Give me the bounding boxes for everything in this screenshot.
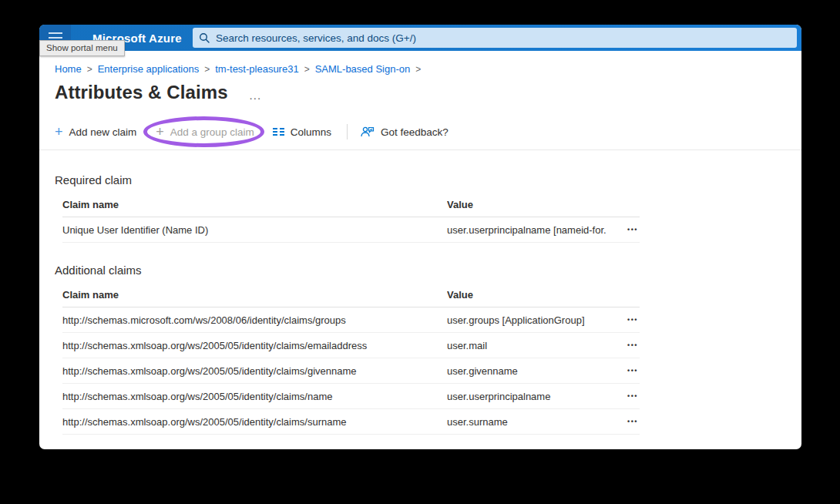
claim-value-cell: user.userprincipalname [447,391,606,402]
row-context-menu-button[interactable]: ••• [626,415,640,428]
table-header: Claim name Value [62,192,640,217]
additional-claims-title: Additional claims [55,264,801,277]
table-header: Claim name Value [62,282,640,307]
required-claim-table: Claim name Value Unique User Identifier … [62,192,640,243]
claim-name-cell: http://schemas.xmlsoap.org/ws/2005/05/id… [62,416,447,428]
value-header: Value [447,199,606,210]
search-icon [199,32,210,43]
toolbar-divider [347,124,348,139]
page-content: Home > Enterprise applications > tm-test… [39,63,801,144]
breadcrumb-enterprise-applications[interactable]: Enterprise applications [98,63,200,75]
toolbar-rule [39,150,801,150]
claim-name-header: Claim name [62,289,447,301]
breadcrumb-home[interactable]: Home [55,63,82,75]
add-new-claim-button[interactable]: + Add new claim [55,125,136,139]
claim-name-cell: http://schemas.xmlsoap.org/ws/2005/05/id… [62,365,447,377]
plus-icon: + [55,125,63,139]
row-context-menu-button[interactable]: ••• [626,338,640,352]
breadcrumb-separator: > [204,64,210,75]
columns-icon [273,127,285,136]
row-context-menu-button[interactable]: ••• [626,364,640,378]
table-row[interactable]: http://schemas.xmlsoap.org/ws/2005/05/id… [62,358,640,384]
claim-name-cell: http://schemas.microsoft.com/ws/2008/06/… [62,314,447,326]
claim-name-cell: Unique User Identifier (Name ID) [62,224,447,236]
table-row[interactable]: Unique User Identifier (Name ID) user.us… [62,217,640,243]
table-row[interactable]: http://schemas.xmlsoap.org/ws/2005/05/id… [62,333,640,358]
breadcrumb-separator: > [304,64,310,75]
global-search[interactable] [193,28,797,48]
azure-portal-window: Microsoft Azure Show portal menu Home > … [39,25,801,449]
claim-value-cell: user.givenname [447,365,606,377]
claim-value-cell: user.userprincipalname [nameid-for... [447,224,606,236]
search-input[interactable] [216,32,791,44]
table-row[interactable]: http://schemas.microsoft.com/ws/2008/06/… [62,307,640,333]
portal-menu-tooltip: Show portal menu [39,40,125,56]
top-bar: Microsoft Azure Show portal menu [39,25,801,51]
breadcrumb: Home > Enterprise applications > tm-test… [55,63,801,75]
plus-icon: + [156,125,164,139]
breadcrumb-separator: > [87,64,92,75]
breadcrumb-separator: > [415,64,421,75]
page-title: Attributes & Claims [55,82,228,103]
table-row[interactable]: http://schemas.xmlsoap.org/ws/2005/05/id… [62,384,640,409]
got-feedback-label: Got feedback? [381,126,449,138]
add-group-claim-button[interactable]: + Add a group claim [156,125,254,139]
claim-value-cell: user.groups [ApplicationGroup] [447,314,606,326]
breadcrumb-saml-sign-on[interactable]: SAML-based Sign-on [315,63,411,75]
required-claim-title: Required claim [55,173,801,186]
claim-value-cell: user.mail [447,340,606,351]
row-context-menu-button[interactable]: ••• [626,389,640,403]
additional-claims-section: Additional claims Claim name Value http:… [55,264,801,435]
additional-claims-table: Claim name Value http://schemas.microsof… [62,282,640,435]
title-row: Attributes & Claims ... [55,82,801,103]
value-header: Value [447,289,606,301]
command-bar: + Add new claim + Add a group claim [55,119,801,144]
hamburger-icon [49,32,62,34]
required-claim-section: Required claim Claim name Value Unique U… [55,173,801,243]
claim-value-cell: user.surname [447,416,606,428]
got-feedback-button[interactable]: Got feedback? [361,126,449,138]
table-row[interactable]: http://schemas.xmlsoap.org/ws/2005/05/id… [62,409,640,435]
row-context-menu-button[interactable]: ••• [626,223,640,237]
feedback-icon [361,126,375,138]
add-group-claim-label: Add a group claim [170,126,254,138]
add-group-claim-wrap: + Add a group claim [156,125,254,139]
row-context-menu-button[interactable]: ••• [626,313,640,327]
page-more-menu[interactable]: ... [250,84,262,102]
claim-name-cell: http://schemas.xmlsoap.org/ws/2005/05/id… [62,340,447,351]
claim-name-header: Claim name [62,199,447,210]
claim-name-cell: http://schemas.xmlsoap.org/ws/2005/05/id… [62,391,447,402]
columns-button[interactable]: Columns [273,126,331,138]
columns-label: Columns [291,126,331,138]
claims-content: Required claim Claim name Value Unique U… [39,173,801,435]
breadcrumb-app[interactable]: tm-test-pleasure31 [215,63,298,75]
add-new-claim-label: Add new claim [69,126,137,138]
